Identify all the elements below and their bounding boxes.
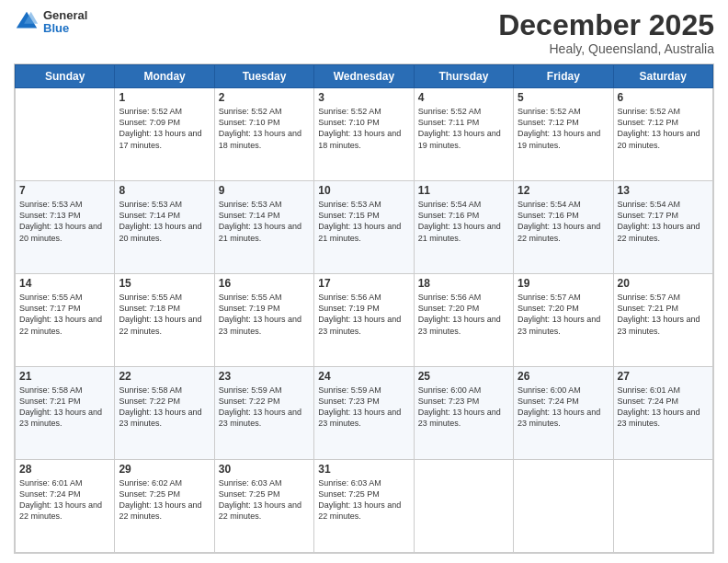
calendar-cell: 8Sunrise: 5:53 AM Sunset: 7:14 PM Daylig… [115,181,214,274]
calendar-cell [613,460,712,553]
calendar-cell: 7Sunrise: 5:53 AM Sunset: 7:13 PM Daylig… [16,181,115,274]
day-number: 20 [618,277,709,290]
title-section: December 2025 Healy, Queensland, Austral… [498,9,714,56]
calendar-cell: 18Sunrise: 5:56 AM Sunset: 7:20 PM Dayli… [414,274,513,367]
day-info: Sunrise: 5:52 AM Sunset: 7:12 PM Dayligh… [518,106,609,151]
calendar-cell: 14Sunrise: 5:55 AM Sunset: 7:17 PM Dayli… [16,274,115,367]
day-info: Sunrise: 5:53 AM Sunset: 7:15 PM Dayligh… [318,199,409,244]
calendar-cell: 13Sunrise: 5:54 AM Sunset: 7:17 PM Dayli… [613,181,712,274]
day-info: Sunrise: 5:56 AM Sunset: 7:20 PM Dayligh… [418,292,509,337]
day-info: Sunrise: 5:53 AM Sunset: 7:13 PM Dayligh… [19,199,110,244]
day-number: 24 [318,370,409,383]
calendar-cell: 23Sunrise: 5:59 AM Sunset: 7:22 PM Dayli… [214,367,313,460]
day-number: 31 [318,463,409,476]
header: General Blue December 2025 Healy, Queens… [14,9,714,56]
day-info: Sunrise: 5:59 AM Sunset: 7:23 PM Dayligh… [318,385,409,430]
logo-text: General Blue [43,9,87,36]
calendar-cell: 16Sunrise: 5:55 AM Sunset: 7:19 PM Dayli… [214,274,313,367]
day-number: 29 [119,463,210,476]
calendar: SundayMondayTuesdayWednesdayThursdayFrid… [14,63,714,554]
day-number: 13 [618,184,709,197]
day-number: 23 [219,370,310,383]
day-number: 28 [19,463,110,476]
day-number: 1 [119,91,210,104]
calendar-week-4: 21Sunrise: 5:58 AM Sunset: 7:21 PM Dayli… [16,367,713,460]
calendar-cell: 25Sunrise: 6:00 AM Sunset: 7:23 PM Dayli… [414,367,513,460]
calendar-cell: 10Sunrise: 5:53 AM Sunset: 7:15 PM Dayli… [314,181,414,274]
day-number: 27 [618,370,709,383]
calendar-cell: 11Sunrise: 5:54 AM Sunset: 7:16 PM Dayli… [414,181,513,274]
day-info: Sunrise: 5:57 AM Sunset: 7:20 PM Dayligh… [518,292,609,337]
day-number: 7 [19,184,110,197]
day-info: Sunrise: 5:52 AM Sunset: 7:10 PM Dayligh… [219,106,310,151]
day-header-wednesday: Wednesday [314,65,414,88]
day-info: Sunrise: 6:03 AM Sunset: 7:25 PM Dayligh… [318,477,409,523]
day-info: Sunrise: 6:01 AM Sunset: 7:24 PM Dayligh… [618,385,709,430]
day-info: Sunrise: 6:00 AM Sunset: 7:23 PM Dayligh… [418,385,509,430]
day-number: 26 [518,370,609,383]
calendar-cell: 30Sunrise: 6:03 AM Sunset: 7:25 PM Dayli… [214,460,313,553]
calendar-cell: 31Sunrise: 6:03 AM Sunset: 7:25 PM Dayli… [314,460,414,553]
logo: General Blue [14,9,87,36]
calendar-cell: 29Sunrise: 6:02 AM Sunset: 7:25 PM Dayli… [115,460,214,553]
day-info: Sunrise: 5:58 AM Sunset: 7:22 PM Dayligh… [119,385,210,430]
page: General Blue December 2025 Healy, Queens… [0,0,728,563]
logo-icon [14,9,40,35]
day-number: 12 [518,184,609,197]
calendar-week-2: 7Sunrise: 5:53 AM Sunset: 7:13 PM Daylig… [16,181,713,274]
day-info: Sunrise: 5:55 AM Sunset: 7:18 PM Dayligh… [119,292,210,337]
calendar-week-1: 1Sunrise: 5:52 AM Sunset: 7:09 PM Daylig… [16,88,713,181]
calendar-cell: 20Sunrise: 5:57 AM Sunset: 7:21 PM Dayli… [613,274,712,367]
calendar-week-3: 14Sunrise: 5:55 AM Sunset: 7:17 PM Dayli… [16,274,713,367]
day-info: Sunrise: 5:52 AM Sunset: 7:12 PM Dayligh… [618,106,709,151]
day-info: Sunrise: 5:56 AM Sunset: 7:19 PM Dayligh… [318,292,409,337]
day-header-sunday: Sunday [16,65,115,88]
day-info: Sunrise: 6:02 AM Sunset: 7:25 PM Dayligh… [119,477,210,523]
calendar-week-5: 28Sunrise: 6:01 AM Sunset: 7:24 PM Dayli… [16,460,713,553]
day-header-tuesday: Tuesday [214,65,313,88]
day-number: 9 [219,184,310,197]
calendar-table: SundayMondayTuesdayWednesdayThursdayFrid… [15,64,713,553]
day-info: Sunrise: 5:52 AM Sunset: 7:09 PM Dayligh… [119,106,210,151]
day-info: Sunrise: 5:54 AM Sunset: 7:16 PM Dayligh… [518,199,609,244]
day-number: 10 [318,184,409,197]
calendar-cell [414,460,513,553]
day-info: Sunrise: 5:54 AM Sunset: 7:16 PM Dayligh… [418,199,509,244]
month-title: December 2025 [498,9,714,41]
day-number: 6 [618,91,709,104]
day-info: Sunrise: 5:55 AM Sunset: 7:19 PM Dayligh… [219,292,310,337]
calendar-cell: 2Sunrise: 5:52 AM Sunset: 7:10 PM Daylig… [214,88,313,181]
day-info: Sunrise: 6:03 AM Sunset: 7:25 PM Dayligh… [219,477,310,523]
logo-blue: Blue [43,22,87,35]
calendar-cell: 1Sunrise: 5:52 AM Sunset: 7:09 PM Daylig… [115,88,214,181]
days-header-row: SundayMondayTuesdayWednesdayThursdayFrid… [16,65,713,88]
day-info: Sunrise: 6:00 AM Sunset: 7:24 PM Dayligh… [518,385,609,430]
day-info: Sunrise: 5:53 AM Sunset: 7:14 PM Dayligh… [119,199,210,244]
day-number: 15 [119,277,210,290]
day-number: 14 [19,277,110,290]
calendar-cell [514,460,613,553]
day-header-thursday: Thursday [414,65,513,88]
day-number: 30 [219,463,310,476]
day-info: Sunrise: 5:59 AM Sunset: 7:22 PM Dayligh… [219,385,310,430]
day-info: Sunrise: 5:57 AM Sunset: 7:21 PM Dayligh… [618,292,709,337]
calendar-cell: 19Sunrise: 5:57 AM Sunset: 7:20 PM Dayli… [514,274,613,367]
calendar-cell: 15Sunrise: 5:55 AM Sunset: 7:18 PM Dayli… [115,274,214,367]
day-number: 5 [518,91,609,104]
day-number: 17 [318,277,409,290]
calendar-cell: 17Sunrise: 5:56 AM Sunset: 7:19 PM Dayli… [314,274,414,367]
day-number: 19 [518,277,609,290]
calendar-cell: 24Sunrise: 5:59 AM Sunset: 7:23 PM Dayli… [314,367,414,460]
day-info: Sunrise: 5:54 AM Sunset: 7:17 PM Dayligh… [618,199,709,244]
day-info: Sunrise: 5:52 AM Sunset: 7:11 PM Dayligh… [418,106,509,151]
day-number: 25 [418,370,509,383]
day-info: Sunrise: 5:52 AM Sunset: 7:10 PM Dayligh… [318,106,409,151]
day-number: 8 [119,184,210,197]
day-number: 4 [418,91,509,104]
day-number: 22 [119,370,210,383]
day-header-friday: Friday [514,65,613,88]
day-info: Sunrise: 6:01 AM Sunset: 7:24 PM Dayligh… [19,477,110,523]
calendar-cell: 21Sunrise: 5:58 AM Sunset: 7:21 PM Dayli… [16,367,115,460]
calendar-cell: 4Sunrise: 5:52 AM Sunset: 7:11 PM Daylig… [414,88,513,181]
calendar-cell: 9Sunrise: 5:53 AM Sunset: 7:14 PM Daylig… [214,181,313,274]
